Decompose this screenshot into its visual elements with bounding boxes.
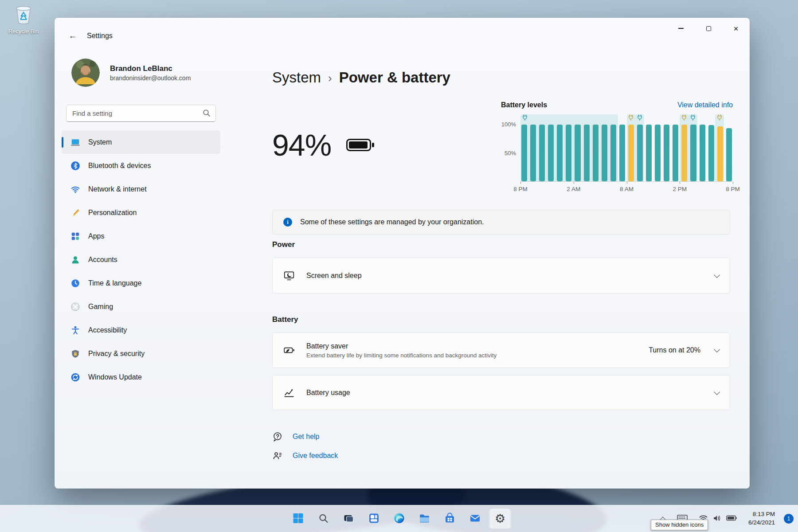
shield-icon (70, 349, 80, 359)
sidebar-item-gaming[interactable]: Gaming (62, 295, 220, 318)
charger-event-icon (637, 114, 642, 123)
chevron-down-icon[interactable] (714, 388, 720, 395)
mail-icon (469, 512, 481, 525)
battery-bar (566, 125, 571, 181)
start-icon (292, 512, 304, 525)
store-button[interactable] (439, 509, 461, 529)
battery-bar (584, 125, 590, 181)
battery-saver-card[interactable]: Battery saver Extend battery life by lim… (272, 332, 730, 368)
sidebar-item-label: Privacy & security (88, 350, 145, 358)
sidebar-item-accessibility[interactable]: Accessibility (62, 318, 220, 342)
notification-badge[interactable]: 1 (784, 514, 794, 524)
back-button[interactable]: ← (64, 28, 81, 43)
desktop: Recycle Bin ← Settings × (0, 0, 798, 532)
battery-bar (593, 125, 598, 181)
battery-bar (521, 125, 527, 181)
sidebar-item-label: Windows Update (88, 373, 142, 381)
sidebar-item-accounts[interactable]: Accounts (62, 248, 220, 271)
battery-bar (619, 125, 625, 181)
battery-bar (664, 125, 669, 181)
x-tickmark (520, 182, 521, 184)
give-feedback-link[interactable]: Give feedback (272, 450, 338, 461)
battery-bar (539, 125, 545, 181)
battery-bar (610, 125, 616, 181)
battery-bar (690, 125, 696, 181)
sidebar-item-time-language[interactable]: Time & language (62, 271, 220, 295)
get-help-link[interactable]: Get help (272, 431, 319, 442)
x-tick-label: 8 PM (726, 186, 740, 192)
widgets-button[interactable] (363, 509, 385, 529)
battery-usage-icon (283, 387, 295, 399)
card-subtitle: Extend battery life by limiting some not… (306, 352, 649, 359)
user-email: brandoninsider@outlook.com (110, 74, 191, 82)
minimize-button[interactable] (667, 18, 695, 39)
search-box (66, 105, 216, 122)
info-icon: i (283, 218, 292, 227)
start-button[interactable] (287, 509, 309, 529)
titlebar: ← Settings × (55, 18, 750, 55)
sidebar-item-privacy-security[interactable]: Privacy & security (62, 342, 220, 365)
maximize-button[interactable] (695, 18, 722, 39)
battery-chart-xaxis: 8 PM2 AM8 AM2 PM8 PM (520, 182, 733, 195)
breadcrumb-system[interactable]: System (272, 69, 321, 86)
chevron-down-icon[interactable] (714, 346, 720, 352)
search-input[interactable] (66, 105, 216, 122)
battery-status: 94% (272, 128, 371, 162)
sidebar-item-bluetooth-devices[interactable]: Bluetooth & devices (62, 154, 220, 177)
window-controls: × (667, 18, 750, 39)
widgets-icon (368, 512, 379, 525)
sidebar-nav: System Bluetooth & devices Network & int… (62, 130, 220, 389)
update-icon (70, 372, 80, 382)
card-title: Screen and sleep (306, 272, 714, 280)
battery-percent: 94% (272, 128, 331, 162)
sidebar-item-system[interactable]: System (62, 130, 220, 154)
edge-button[interactable] (388, 509, 410, 529)
sidebar-item-personalization[interactable]: Personalization (62, 201, 220, 224)
x-tick-label: 8 AM (620, 186, 634, 192)
window-title: Settings (87, 32, 113, 40)
sidebar-item-network-internet[interactable]: Network & internet (62, 177, 220, 201)
clock-button[interactable]: 8:13 PM 6/24/2021 (746, 509, 778, 528)
get-help-label: Get help (293, 433, 319, 441)
screen-sleep-icon (283, 270, 295, 282)
sidebar: Brandon LeBlanc brandoninsider@outlook.c… (55, 55, 227, 489)
taskbar-search-button[interactable] (313, 509, 334, 529)
clock-icon (70, 278, 80, 288)
task-view-icon (343, 512, 354, 525)
battery-icon (346, 139, 371, 151)
screen-and-sleep-card[interactable]: Screen and sleep (272, 258, 730, 293)
minimize-icon (678, 28, 684, 29)
file-explorer-button[interactable] (414, 509, 435, 529)
recycle-bin-shortcut[interactable]: Recycle Bin (4, 4, 43, 35)
close-button[interactable]: × (722, 18, 750, 39)
bluetooth-icon (70, 161, 80, 171)
mail-button[interactable] (464, 509, 486, 529)
charger-event-icon (717, 114, 722, 123)
page-title: Power & battery (339, 69, 450, 86)
sidebar-item-apps[interactable]: Apps (62, 224, 220, 248)
tray-volume-icon (713, 515, 721, 523)
battery-bar (575, 125, 580, 181)
user-profile[interactable]: Brandon LeBlanc brandoninsider@outlook.c… (71, 59, 191, 87)
chevron-down-icon[interactable] (714, 271, 720, 278)
battery-saver-icon (283, 344, 295, 356)
battery-bar (530, 125, 536, 181)
charger-event-icon (628, 114, 634, 123)
view-detailed-info-link[interactable]: View detailed info (677, 101, 733, 109)
battery-bar (637, 125, 643, 181)
search-icon (318, 513, 329, 525)
chart-title: Battery levels (501, 101, 547, 109)
user-name: Brandon LeBlanc (110, 64, 191, 73)
person-icon (70, 255, 80, 265)
accessibility-icon (70, 325, 80, 335)
file-explorer-icon (419, 512, 430, 525)
battery-bar (673, 125, 678, 181)
task-view-button[interactable] (338, 509, 360, 529)
battery-bar (602, 125, 607, 181)
xbox-icon (70, 302, 80, 312)
sidebar-item-windows-update[interactable]: Windows Update (62, 365, 220, 389)
close-icon: × (733, 24, 738, 33)
battery-usage-card[interactable]: Battery usage (272, 375, 730, 410)
x-tickmark (574, 182, 574, 184)
settings-button[interactable]: ⚙ (489, 509, 511, 529)
